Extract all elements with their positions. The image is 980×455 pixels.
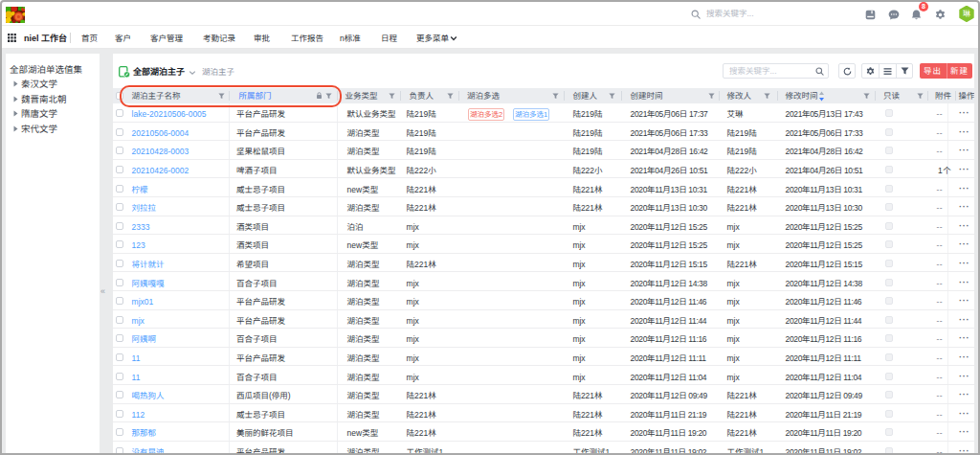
svg-text:琳: 琳 bbox=[963, 10, 970, 18]
